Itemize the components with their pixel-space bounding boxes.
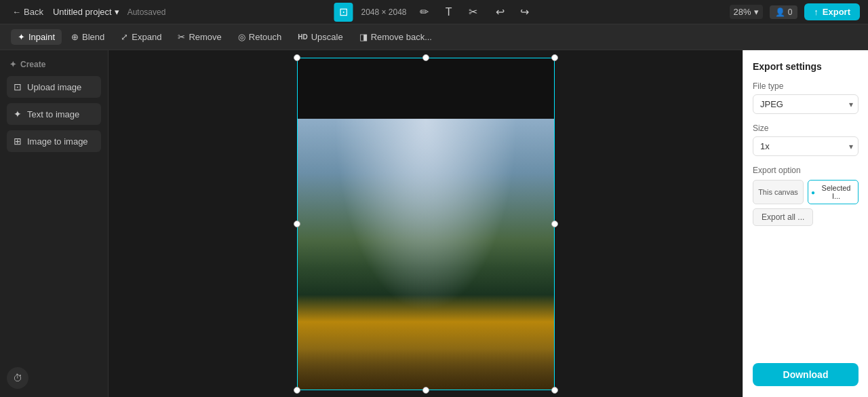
this-canvas-button[interactable]: This canvas xyxy=(753,180,804,204)
handle-mid-left[interactable] xyxy=(294,221,300,227)
handle-bottom-center[interactable] xyxy=(422,387,429,394)
text-tool-button[interactable]: T xyxy=(439,3,458,22)
expand-label: Expand xyxy=(132,32,161,42)
export-label: Export xyxy=(823,7,850,17)
export-option-field: Export option This canvas Selected I... … xyxy=(753,166,859,226)
svg-point-3 xyxy=(419,135,554,196)
user-count: 0 xyxy=(788,7,793,17)
export-panel: Export settings File type JPEG PNG WEBP … xyxy=(743,50,868,397)
zoom-dropdown-icon: ▾ xyxy=(754,7,759,17)
text-to-image-label: Text to image xyxy=(27,109,79,119)
canvas-top-empty xyxy=(297,58,555,119)
sidebar-bottom: ⏱ xyxy=(7,367,101,389)
svg-marker-6 xyxy=(298,206,554,308)
export-option-label: Export option xyxy=(753,166,859,175)
svg-marker-18 xyxy=(462,262,483,291)
size-select-wrapper[interactable]: 1x 2x 3x 0.5x xyxy=(753,136,859,156)
tool-group: ✏ T ✂ xyxy=(415,3,483,22)
sidebar-item-upload[interactable]: ⊡ Upload image xyxy=(7,76,101,98)
file-type-select[interactable]: JPEG PNG WEBP xyxy=(753,94,859,114)
expand-icon: ⤢ xyxy=(121,32,128,42)
svg-marker-19 xyxy=(479,266,500,291)
remove-bg-button[interactable]: ◨ Remove back... xyxy=(353,29,439,45)
back-button[interactable]: ← Back xyxy=(8,4,47,20)
export-icon: ↑ xyxy=(814,7,818,17)
landscape-svg xyxy=(298,119,554,390)
text-icon: T xyxy=(446,6,452,18)
download-button[interactable]: Download xyxy=(753,363,859,386)
this-canvas-label: This canvas xyxy=(758,188,798,196)
sidebar-item-image-to-image[interactable]: ⊞ Image to image xyxy=(7,130,101,152)
handle-mid-right[interactable] xyxy=(551,221,558,227)
create-section-title: ✦ Create xyxy=(7,58,101,71)
svg-marker-9 xyxy=(321,267,337,291)
top-bar-left: ← Back Untitled project ▾ Autosaved xyxy=(8,4,165,20)
svg-marker-12 xyxy=(361,264,382,291)
blend-label: Blend xyxy=(82,32,104,42)
svg-rect-23 xyxy=(298,311,554,366)
selected-button[interactable]: Selected I... xyxy=(808,180,859,204)
svg-rect-0 xyxy=(298,119,554,267)
canvas-area[interactable] xyxy=(108,50,743,397)
inpaint-button[interactable]: ✦ Inpaint xyxy=(11,29,62,45)
export-all-button[interactable]: Export all ... xyxy=(753,208,813,226)
handle-top-left[interactable] xyxy=(294,54,300,61)
create-icon: ✦ xyxy=(9,60,16,69)
retouch-label: Retouch xyxy=(249,32,281,42)
pen-tool-button[interactable]: ✂ xyxy=(464,3,483,22)
svg-point-4 xyxy=(372,128,480,176)
svg-rect-26 xyxy=(298,366,554,390)
size-label: Size xyxy=(753,124,859,133)
handle-top-center[interactable] xyxy=(422,54,429,61)
handle-top-right[interactable] xyxy=(551,54,558,61)
history-button[interactable]: ⏱ xyxy=(7,367,28,389)
retouch-icon: ◎ xyxy=(238,32,245,42)
inpaint-label: Inpaint xyxy=(28,32,55,42)
blend-button[interactable]: ⊕ Blend xyxy=(64,29,111,45)
svg-marker-21 xyxy=(513,267,534,291)
svg-marker-15 xyxy=(409,261,429,291)
svg-marker-10 xyxy=(334,266,352,291)
history-group: ↩ ↪ xyxy=(491,3,534,22)
file-type-field: File type JPEG PNG WEBP xyxy=(753,81,859,114)
canvas-container xyxy=(297,58,555,390)
frame-tool-button[interactable]: ⊡ xyxy=(334,3,353,22)
remove-bg-label: Remove back... xyxy=(371,32,432,42)
handle-bottom-right[interactable] xyxy=(551,387,558,394)
redo-icon: ↪ xyxy=(520,5,529,18)
size-select[interactable]: 1x 2x 3x 0.5x xyxy=(753,136,859,156)
remove-bg-icon: ◨ xyxy=(359,32,368,42)
frame-icon: ⊡ xyxy=(339,5,348,18)
svg-marker-8 xyxy=(311,271,324,291)
upscale-label: Upscale xyxy=(311,32,343,42)
image-to-image-label: Image to image xyxy=(27,136,88,147)
autosaved-status: Autosaved xyxy=(127,7,166,17)
top-bar: ← Back Untitled project ▾ Autosaved ⊡ 20… xyxy=(0,0,868,24)
zoom-control[interactable]: 28% ▾ xyxy=(730,5,763,19)
file-type-label: File type xyxy=(753,81,859,91)
upscale-button[interactable]: HD Upscale xyxy=(291,29,349,45)
zoom-level: 28% xyxy=(734,7,751,17)
toolbar-secondary: ✦ Inpaint ⊕ Blend ⤢ Expand ✂ Remove ◎ Re… xyxy=(0,24,868,50)
inpaint-icon: ✦ xyxy=(18,32,25,42)
export-all-label: Export all ... xyxy=(762,212,804,222)
handle-bottom-left[interactable] xyxy=(294,387,300,394)
file-type-select-wrapper[interactable]: JPEG PNG WEBP xyxy=(753,94,859,114)
project-name-text: Untitled project xyxy=(53,7,112,17)
svg-point-1 xyxy=(344,119,507,200)
sidebar-left: ✦ Create ⊡ Upload image ✦ Text to image … xyxy=(0,50,108,397)
project-name[interactable]: Untitled project ▾ xyxy=(53,7,119,17)
expand-button[interactable]: ⤢ Expand xyxy=(114,29,168,45)
redo-button[interactable]: ↪ xyxy=(515,3,534,22)
canvas-size: 2048 × 2048 xyxy=(361,7,406,17)
sidebar-item-text-to-image[interactable]: ✦ Text to image xyxy=(7,103,101,125)
export-all-row: Export all ... xyxy=(753,208,859,226)
image-to-image-icon: ⊞ xyxy=(14,136,22,147)
retouch-button[interactable]: ◎ Retouch xyxy=(231,29,288,45)
draw-tool-button[interactable]: ✏ xyxy=(415,3,434,22)
top-bar-right: 28% ▾ 👤 0 ↑ Export xyxy=(730,3,860,20)
remove-icon: ✂ xyxy=(178,32,185,42)
undo-button[interactable]: ↩ xyxy=(491,3,510,22)
remove-button[interactable]: ✂ Remove xyxy=(171,29,228,45)
export-button[interactable]: ↑ Export xyxy=(804,3,860,20)
